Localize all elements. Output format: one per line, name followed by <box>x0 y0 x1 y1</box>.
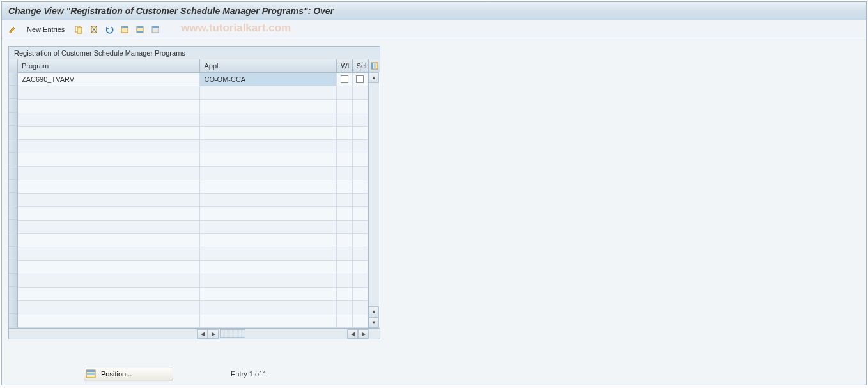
col-header-program[interactable]: Program <box>18 59 200 72</box>
cell-program-empty[interactable] <box>18 99 200 113</box>
cell-appl-empty[interactable] <box>200 260 337 274</box>
cell-wl-empty[interactable] <box>337 314 352 327</box>
row-selector[interactable] <box>9 113 17 126</box>
cell-sel-empty[interactable] <box>352 260 368 274</box>
delete-icon[interactable] <box>88 24 100 35</box>
cell-wl-empty[interactable] <box>337 86 352 99</box>
row-selector[interactable] <box>9 166 17 180</box>
cell-wl-empty[interactable] <box>337 220 352 233</box>
cell-appl-empty[interactable] <box>200 86 337 99</box>
cell-program-empty[interactable] <box>18 180 200 193</box>
hscroll-thumb[interactable] <box>220 329 245 338</box>
cell-appl-empty[interactable] <box>200 166 337 180</box>
scroll-right-end-icon[interactable]: ▶ <box>358 329 369 339</box>
copy-as-icon[interactable] <box>73 24 84 35</box>
select-all-icon[interactable] <box>119 24 130 35</box>
row-selector[interactable] <box>9 274 17 287</box>
cell-wl-empty[interactable] <box>337 300 352 314</box>
cell-sel-empty[interactable] <box>352 287 368 300</box>
cell-program-empty[interactable] <box>18 113 200 126</box>
row-selector[interactable] <box>9 300 17 314</box>
cell-program-empty[interactable] <box>18 86 200 99</box>
cell-sel[interactable] <box>352 72 368 86</box>
cell-program-empty[interactable] <box>18 206 200 220</box>
cell-sel-empty[interactable] <box>352 193 368 206</box>
toggle-display-change-icon[interactable] <box>7 24 19 35</box>
scroll-track[interactable] <box>369 83 379 306</box>
cell-sel-empty[interactable] <box>352 153 368 166</box>
row-selector[interactable] <box>9 314 17 327</box>
scroll-down-icon-2[interactable]: ▼ <box>369 317 379 328</box>
cell-program-empty[interactable] <box>18 153 200 166</box>
cell-wl-empty[interactable] <box>337 247 352 260</box>
cell-wl-empty[interactable] <box>337 287 352 300</box>
col-header-sel[interactable]: Sel <box>352 59 368 72</box>
cell-wl-empty[interactable] <box>337 139 352 153</box>
cell-appl-empty[interactable] <box>200 314 337 327</box>
cell-appl-empty[interactable] <box>200 126 337 139</box>
col-header-wl[interactable]: WL <box>337 59 352 72</box>
cell-wl-empty[interactable] <box>337 113 352 126</box>
cell-appl-empty[interactable] <box>200 220 337 233</box>
row-selector-header[interactable] <box>9 59 17 72</box>
cell-wl-empty[interactable] <box>337 274 352 287</box>
row-selector[interactable] <box>9 247 17 260</box>
cell-program-empty[interactable] <box>18 233 200 247</box>
cell-sel-empty[interactable] <box>352 99 368 113</box>
cell-program-empty[interactable] <box>18 166 200 180</box>
row-selector[interactable] <box>9 260 17 274</box>
scroll-down-icon[interactable]: ▲ <box>369 306 379 317</box>
scroll-left-end-icon[interactable]: ◀ <box>347 329 358 339</box>
cell-appl-empty[interactable] <box>200 247 337 260</box>
cell-sel-empty[interactable] <box>352 180 368 193</box>
cell-sel-empty[interactable] <box>352 233 368 247</box>
row-selector[interactable] <box>9 126 17 139</box>
cell-program-empty[interactable] <box>18 314 200 327</box>
cell-sel-empty[interactable] <box>352 113 368 126</box>
cell-program-empty[interactable] <box>18 193 200 206</box>
cell-wl-empty[interactable] <box>337 260 352 274</box>
cell-wl-empty[interactable] <box>337 233 352 247</box>
row-selector[interactable] <box>9 233 17 247</box>
cell-wl-empty[interactable] <box>337 166 352 180</box>
cell-sel-empty[interactable] <box>352 86 368 99</box>
cell-sel-empty[interactable] <box>352 206 368 220</box>
undo-change-icon[interactable] <box>104 24 115 35</box>
cell-program[interactable]: ZAC690_TVARV <box>18 72 200 86</box>
cell-wl[interactable] <box>337 72 352 86</box>
cell-wl-empty[interactable] <box>337 180 352 193</box>
cell-sel-empty[interactable] <box>352 300 368 314</box>
row-selector[interactable] <box>9 99 17 113</box>
cell-appl-empty[interactable] <box>200 193 337 206</box>
col-header-appl[interactable]: Appl. <box>200 59 337 72</box>
deselect-all-icon[interactable] <box>150 24 161 35</box>
cell-sel-empty[interactable] <box>352 274 368 287</box>
select-block-icon[interactable] <box>134 24 146 35</box>
cell-appl-empty[interactable] <box>200 153 337 166</box>
scroll-right-icon[interactable]: ▶ <box>208 329 219 339</box>
configure-columns-icon[interactable] <box>368 59 380 72</box>
checkbox-wl[interactable] <box>341 75 348 83</box>
cell-program-empty[interactable] <box>18 139 200 153</box>
cell-appl-empty[interactable] <box>200 300 337 314</box>
cell-sel-empty[interactable] <box>352 126 368 139</box>
cell-appl-empty[interactable] <box>200 274 337 287</box>
row-selector[interactable] <box>9 287 17 300</box>
cell-appl[interactable]: CO-OM-CCA <box>200 72 337 86</box>
cell-program-empty[interactable] <box>18 220 200 233</box>
cell-appl-empty[interactable] <box>200 233 337 247</box>
position-button[interactable]: Position... <box>84 368 173 380</box>
cell-sel-empty[interactable] <box>352 314 368 327</box>
scroll-left-icon[interactable]: ◀ <box>197 329 208 339</box>
cell-appl-empty[interactable] <box>200 180 337 193</box>
cell-sel-empty[interactable] <box>352 166 368 180</box>
cell-wl-empty[interactable] <box>337 126 352 139</box>
cell-sel-empty[interactable] <box>352 247 368 260</box>
cell-program-empty[interactable] <box>18 274 200 287</box>
cell-appl-empty[interactable] <box>200 287 337 300</box>
row-selector[interactable] <box>9 180 17 193</box>
cell-sel-empty[interactable] <box>352 139 368 153</box>
checkbox-sel[interactable] <box>356 75 364 83</box>
cell-program-empty[interactable] <box>18 300 200 314</box>
cell-program-empty[interactable] <box>18 260 200 274</box>
